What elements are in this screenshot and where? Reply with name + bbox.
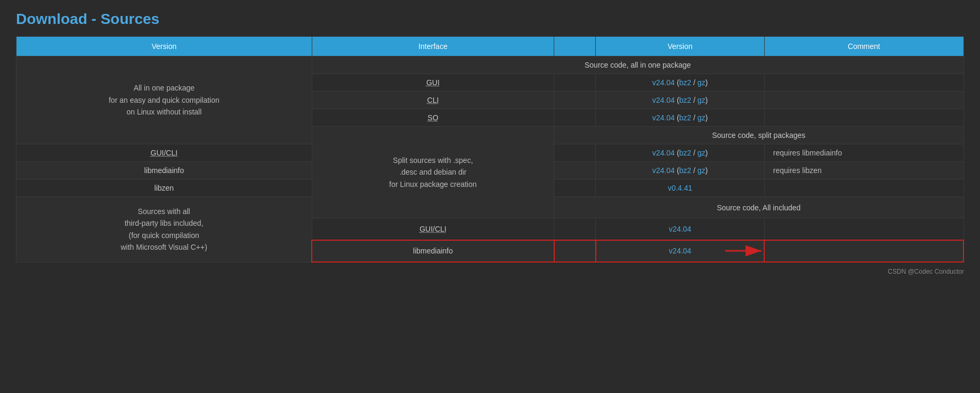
gz-link[interactable]: gz bbox=[698, 149, 706, 157]
empty-cell bbox=[554, 162, 596, 179]
section-description: Split sources with .spec,.desc and debia… bbox=[312, 127, 554, 218]
footer: CSDN @Codec Conductor bbox=[16, 268, 964, 275]
interface-cell: libmediainfo bbox=[17, 162, 312, 179]
empty-cell bbox=[554, 218, 596, 240]
section-label: Source code, All included bbox=[554, 197, 963, 218]
gz-link[interactable]: gz bbox=[698, 96, 706, 104]
empty-cell bbox=[554, 179, 596, 197]
version-cell: v24.04 bbox=[596, 218, 764, 240]
bz2-link[interactable]: bz2 bbox=[679, 96, 692, 104]
version-cell: v24.04 (bz2 / gz) bbox=[596, 162, 764, 179]
gz-link[interactable]: gz bbox=[698, 78, 706, 87]
version-cell: v24.04 (bz2 / gz) bbox=[596, 109, 764, 127]
version-cell: v24.04 (bz2 / gz) bbox=[596, 144, 764, 162]
gz-link[interactable]: gz bbox=[698, 113, 706, 122]
col-header-comment: Comment bbox=[764, 37, 963, 56]
section-label: Source code, all in one package bbox=[312, 56, 963, 74]
version-link[interactable]: v24.04 bbox=[652, 78, 675, 87]
comment-cell bbox=[764, 92, 963, 109]
page-title: Download - Sources bbox=[16, 11, 964, 28]
table-row: All in one packagefor an easy and quick … bbox=[17, 56, 964, 74]
col-header-version1: Version bbox=[17, 37, 312, 56]
download-table: Version Interface Version Comment All in… bbox=[16, 36, 964, 263]
red-arrow bbox=[725, 243, 768, 259]
bz2-link[interactable]: bz2 bbox=[679, 113, 692, 122]
bz2-link[interactable]: bz2 bbox=[679, 149, 692, 157]
comment-cell bbox=[764, 179, 963, 197]
interface-cell: GUI/CLI bbox=[17, 144, 312, 162]
section-label: Source code, split packages bbox=[554, 127, 963, 144]
version-link[interactable]: v24.04 bbox=[652, 113, 675, 122]
col-header-version2: Version bbox=[596, 37, 764, 56]
comment-cell bbox=[764, 74, 963, 92]
version-link[interactable]: v24.04 bbox=[669, 225, 691, 233]
version-cell: v24.04 (bz2 / gz) bbox=[596, 74, 764, 92]
comment-cell bbox=[764, 218, 963, 240]
version-cell: v0.4.41 bbox=[596, 179, 764, 197]
empty-cell bbox=[554, 92, 596, 109]
col-header-interface: Interface bbox=[312, 37, 554, 56]
interface-cell: SO bbox=[312, 109, 554, 127]
version-cell: v24.04 (bz2 / gz) bbox=[596, 92, 764, 109]
comment-cell: requires libmediainfo bbox=[764, 144, 963, 162]
interface-cell: GUI bbox=[312, 74, 554, 92]
empty-cell bbox=[554, 240, 596, 262]
version-link[interactable]: v24.04 bbox=[652, 149, 675, 157]
gz-link[interactable]: gz bbox=[698, 166, 706, 175]
comment-cell bbox=[764, 109, 963, 127]
version-link[interactable]: v24.04 bbox=[652, 166, 675, 175]
interface-cell: CLI bbox=[312, 92, 554, 109]
version-link[interactable]: v24.04 bbox=[652, 96, 675, 104]
interface-cell: GUI/CLI bbox=[312, 218, 554, 240]
version-link[interactable]: v0.4.41 bbox=[668, 184, 692, 192]
version-link[interactable]: v24.04 bbox=[669, 247, 691, 255]
bz2-link[interactable]: bz2 bbox=[679, 78, 692, 87]
interface-cell: libzen bbox=[17, 179, 312, 197]
comment-cell: requires libzen bbox=[764, 162, 963, 179]
interface-cell: libmediainfo bbox=[312, 240, 554, 262]
empty-cell bbox=[554, 144, 596, 162]
bz2-link[interactable]: bz2 bbox=[679, 166, 692, 175]
empty-cell bbox=[554, 74, 596, 92]
col-header-empty bbox=[554, 37, 596, 56]
comment-cell bbox=[764, 240, 963, 262]
empty-cell bbox=[554, 109, 596, 127]
section-description: Sources with allthird-party libs include… bbox=[17, 197, 312, 263]
section-description: All in one packagefor an easy and quick … bbox=[17, 56, 312, 144]
